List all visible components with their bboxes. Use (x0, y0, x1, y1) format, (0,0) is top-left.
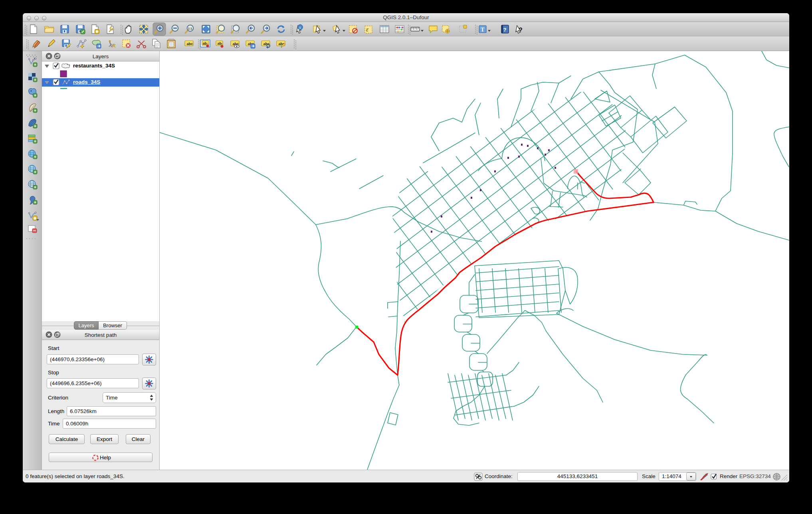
svg-text:?: ? (519, 27, 523, 34)
svg-text:ε: ε (366, 26, 369, 33)
svg-text:abc: abc (263, 42, 270, 46)
svg-text:T: T (481, 27, 485, 33)
svg-text:?: ? (503, 27, 507, 33)
svg-text:1:1: 1:1 (188, 27, 192, 30)
svg-text:abc: abc (187, 42, 193, 46)
svg-text:ab: ab (203, 42, 207, 45)
svg-text:ab: ab (218, 42, 222, 45)
